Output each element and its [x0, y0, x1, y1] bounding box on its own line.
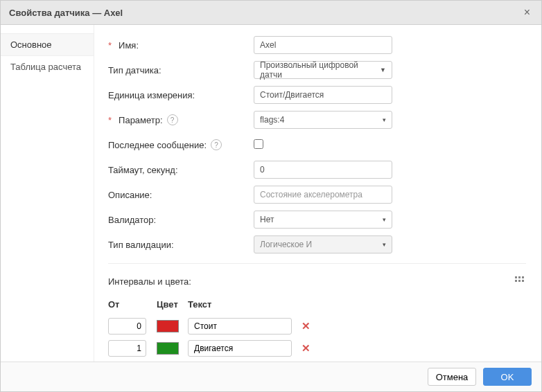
intervals-header: От Цвет Текст — [108, 299, 526, 310]
interval-text-input[interactable] — [188, 318, 292, 335]
svg-rect-4 — [518, 280, 521, 282]
unit-label: Единица измерения: — [108, 90, 254, 100]
caret-down-icon: ▾ — [383, 241, 386, 248]
param-select[interactable]: flags:4▾ — [254, 111, 392, 129]
param-label: *Параметр: ? — [108, 114, 254, 125]
desc-input[interactable] — [254, 186, 392, 204]
name-input[interactable] — [254, 36, 392, 54]
svg-rect-3 — [515, 280, 517, 282]
ok-button[interactable]: OK — [483, 368, 532, 386]
desc-label: Описание: — [108, 190, 254, 200]
dialog-body: Основное Таблица расчета *Имя: Тип датчи… — [1, 25, 541, 362]
interval-color-swatch[interactable] — [157, 342, 179, 355]
type-label: Тип датчика: — [108, 65, 254, 75]
sidebar: Основное Таблица расчета — [1, 25, 94, 362]
svg-rect-2 — [522, 276, 524, 278]
interval-row: ✕ — [108, 318, 526, 335]
valtype-label: Тип валидации: — [108, 240, 254, 250]
caret-down-icon: ▾ — [383, 116, 386, 123]
wizard-icon[interactable] — [515, 276, 526, 287]
svg-rect-0 — [515, 276, 517, 278]
divider — [108, 263, 526, 264]
interval-from-input[interactable] — [108, 318, 146, 335]
sidebar-item-main[interactable]: Основное — [1, 33, 94, 56]
unit-input[interactable] — [254, 86, 392, 104]
dialog-footer: Отмена OK — [1, 362, 541, 391]
help-icon[interactable]: ? — [167, 114, 178, 125]
close-icon[interactable]: × — [521, 6, 533, 19]
col-text: Текст — [188, 299, 299, 310]
interval-rows: ✕✕ — [108, 318, 526, 357]
dialog-title: Свойства датчика — Axel — [9, 8, 123, 18]
main-panel: *Имя: Тип датчика: Произвольный цифровой… — [94, 25, 541, 362]
remove-icon[interactable]: ✕ — [301, 342, 311, 355]
col-color: Цвет — [157, 299, 188, 310]
interval-color-swatch[interactable] — [157, 320, 179, 332]
col-from: От — [108, 299, 157, 310]
cancel-button[interactable]: Отмена — [428, 368, 476, 386]
timeout-input[interactable] — [254, 161, 392, 179]
help-icon[interactable]: ? — [211, 139, 222, 150]
caret-down-icon: ▼ — [380, 66, 386, 73]
type-select[interactable]: Произвольный цифровой датчи▼ — [254, 61, 392, 79]
validator-label: Валидатор: — [108, 215, 254, 225]
interval-text-input[interactable] — [188, 340, 292, 357]
svg-rect-1 — [518, 276, 521, 278]
svg-rect-5 — [522, 280, 524, 282]
dialog-header: Свойства датчика — Axel × — [1, 1, 541, 25]
sidebar-item-calc-table[interactable]: Таблица расчета — [1, 56, 94, 78]
remove-icon[interactable]: ✕ — [301, 320, 311, 332]
interval-from-input[interactable] — [108, 340, 146, 357]
name-label: *Имя: — [108, 40, 254, 51]
interval-row: ✕ — [108, 340, 526, 357]
timeout-label: Таймаут, секунд: — [108, 165, 254, 175]
lastmsg-label: Последнее сообщение: ? — [108, 139, 254, 150]
caret-down-icon: ▾ — [383, 216, 386, 223]
intervals-title: Интервалы и цвета: — [108, 276, 191, 287]
sensor-properties-dialog: Свойства датчика — Axel × Основное Табли… — [0, 0, 542, 392]
valtype-select[interactable]: Логическое И▾ — [254, 235, 392, 253]
validator-select[interactable]: Нет▾ — [254, 211, 392, 229]
lastmsg-checkbox[interactable] — [254, 139, 263, 149]
